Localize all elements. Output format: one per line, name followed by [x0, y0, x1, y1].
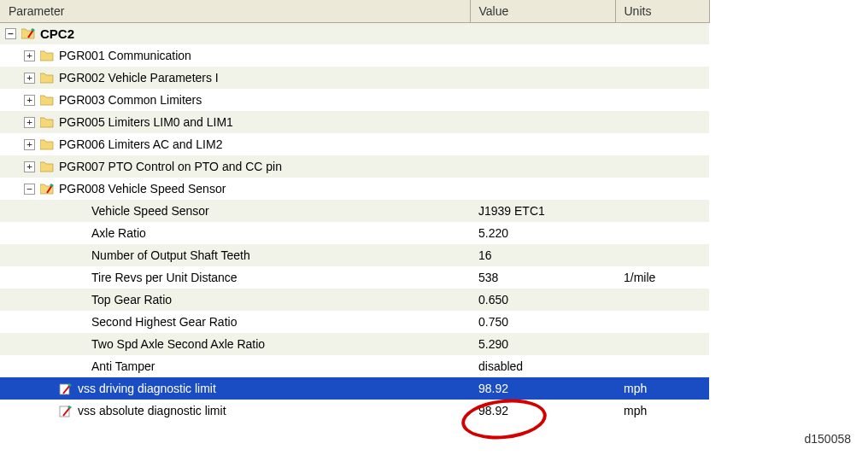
folder-icon	[40, 116, 54, 128]
tree-group-label: PGR006 Limiters AC and LIM2	[59, 137, 222, 151]
parameter-units	[615, 244, 709, 266]
parameter-value: J1939 ETC1	[470, 200, 615, 222]
parameter-table: Parameter Value Units −CPC2+PGR001 Commu…	[0, 0, 710, 422]
parameter-value: 0.750	[470, 311, 615, 333]
parameter-label: vss absolute diagnostic limit	[78, 404, 226, 417]
tree-group[interactable]: +PGR002 Vehicle Parameters I	[0, 67, 709, 89]
parameter-row[interactable]: vss absolute diagnostic limit98.92mph	[0, 400, 709, 422]
parameter-row[interactable]: Axle Ratio5.220	[0, 222, 709, 244]
parameter-value: disabled	[470, 355, 615, 377]
tree-group[interactable]: +PGR001 Communication	[0, 44, 709, 67]
parameter-label: Vehicle Speed Sensor	[91, 204, 209, 218]
folder-edit-icon	[40, 183, 54, 195]
expand-icon[interactable]: +	[24, 50, 35, 61]
tree-group-label: PGR002 Vehicle Parameters I	[59, 71, 219, 85]
parameter-units: mph	[615, 400, 709, 422]
folder-icon	[40, 50, 54, 61]
collapse-icon[interactable]: −	[24, 184, 35, 195]
expand-icon[interactable]: +	[24, 161, 35, 172]
header-value[interactable]: Value	[470, 0, 615, 22]
header-units[interactable]: Units	[615, 0, 709, 22]
parameter-label: Two Spd Axle Second Axle Ratio	[91, 337, 265, 351]
parameter-row[interactable]: Vehicle Speed SensorJ1939 ETC1	[0, 200, 709, 222]
table-header-row: Parameter Value Units	[0, 0, 709, 22]
folder-icon	[40, 160, 54, 172]
tree-group[interactable]: +PGR006 Limiters AC and LIM2	[0, 133, 709, 155]
parameter-label: Anti Tamper	[91, 359, 155, 373]
parameter-value: 16	[470, 244, 615, 266]
tree-root-label: CPC2	[40, 26, 74, 41]
expand-icon[interactable]: +	[24, 73, 35, 84]
parameter-value: 5.290	[470, 333, 615, 355]
tree-group[interactable]: +PGR005 Limiters LIM0 and LIM1	[0, 111, 709, 133]
parameter-row[interactable]: vss driving diagnostic limit98.92mph	[0, 377, 709, 400]
parameter-units	[615, 289, 709, 311]
edit-icon	[59, 382, 73, 395]
tree-group-label: PGR007 PTO Control on PTO and CC pin	[59, 160, 282, 173]
edit-icon	[59, 404, 73, 417]
parameter-row[interactable]: Anti Tamperdisabled	[0, 355, 709, 377]
parameter-value: 5.220	[470, 222, 615, 244]
tree-group[interactable]: +PGR007 PTO Control on PTO and CC pin	[0, 155, 709, 178]
parameter-value: 538	[470, 266, 615, 289]
tree-group-label: PGR001 Communication	[59, 49, 191, 62]
parameter-row[interactable]: Number of Output Shaft Teeth16	[0, 244, 709, 266]
parameter-units: 1/mile	[615, 266, 709, 289]
parameter-label: Axle Ratio	[91, 226, 146, 240]
parameter-row[interactable]: Second Highest Gear Ratio0.750	[0, 311, 709, 333]
folder-icon	[40, 138, 54, 150]
parameter-row[interactable]: Top Gear Ratio0.650	[0, 289, 709, 311]
folder-icon	[40, 72, 54, 84]
parameter-label: Top Gear Ratio	[91, 293, 172, 306]
parameter-units	[615, 333, 709, 355]
expand-icon[interactable]: +	[24, 117, 35, 128]
header-parameter[interactable]: Parameter	[0, 0, 470, 22]
parameter-units	[615, 222, 709, 244]
parameter-label: vss driving diagnostic limit	[78, 382, 216, 395]
parameter-units: mph	[615, 377, 709, 400]
parameter-units	[615, 311, 709, 333]
parameter-value: 98.92	[470, 400, 615, 422]
parameter-units	[615, 200, 709, 222]
parameter-units	[615, 355, 709, 377]
tree-group-label: PGR008 Vehicle Speed Sensor	[59, 182, 226, 195]
tree-group[interactable]: −PGR008 Vehicle Speed Sensor	[0, 178, 709, 200]
folder-edit-icon	[21, 27, 35, 39]
parameter-value: 0.650	[470, 289, 615, 311]
collapse-icon[interactable]: −	[5, 28, 16, 39]
expand-icon[interactable]: +	[24, 139, 35, 150]
parameter-label: Number of Output Shaft Teeth	[91, 248, 250, 262]
parameter-value: 98.92	[470, 377, 615, 400]
tree-group[interactable]: +PGR003 Common Limiters	[0, 89, 709, 111]
tree-group-label: PGR003 Common Limiters	[59, 93, 202, 107]
parameter-row[interactable]: Two Spd Axle Second Axle Ratio5.290	[0, 333, 709, 355]
expand-icon[interactable]: +	[24, 95, 35, 106]
folder-icon	[40, 94, 54, 106]
tree-group-label: PGR005 Limiters LIM0 and LIM1	[59, 115, 233, 129]
document-id: d150058	[804, 432, 851, 446]
parameter-label: Tire Revs per Unit Distance	[91, 271, 238, 284]
tree-root-cpc2[interactable]: −CPC2	[0, 22, 709, 44]
parameter-row[interactable]: Tire Revs per Unit Distance5381/mile	[0, 266, 709, 289]
parameter-label: Second Highest Gear Ratio	[91, 315, 237, 329]
